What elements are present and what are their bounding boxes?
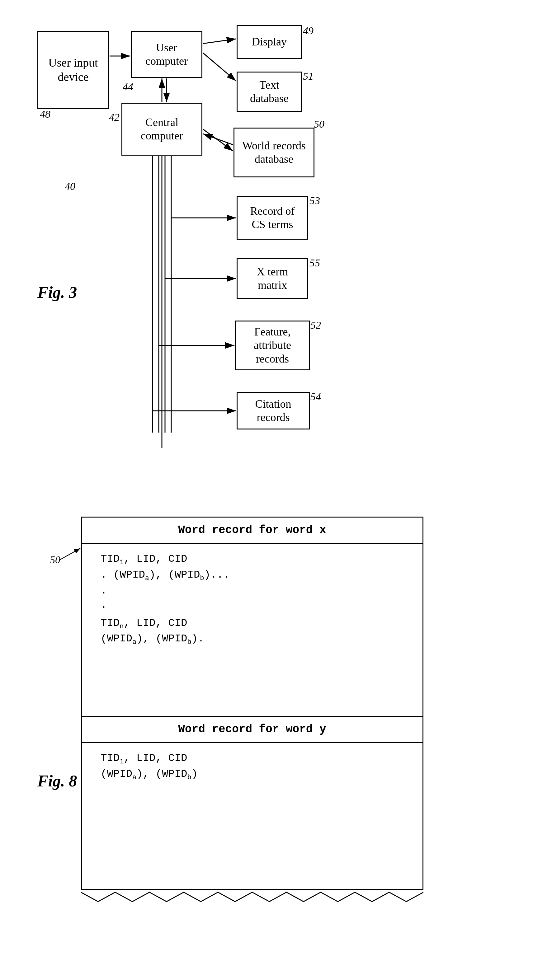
fig3-caption: Fig. 3 xyxy=(37,283,77,302)
fig3-diagram: User input device User computer Display … xyxy=(19,13,532,498)
label-55: 55 xyxy=(310,257,320,269)
word-x-line5: TIDn, LID, CID xyxy=(101,617,404,630)
box-central-computer: Centralcomputer xyxy=(121,103,203,156)
label-50: 50 xyxy=(314,118,324,130)
word-y-line2: (WPIDa), (WPIDb) xyxy=(101,768,404,781)
word-y-line1: TID1, LID, CID xyxy=(101,752,404,765)
user-computer-label: User computer xyxy=(134,41,199,68)
label-51: 51 xyxy=(303,70,314,82)
box-feature-attr: Feature, attributerecords xyxy=(235,321,310,370)
label-42: 42 xyxy=(109,111,120,123)
user-input-label: User input device xyxy=(41,56,105,84)
citation-label: Citation records xyxy=(240,398,306,424)
text-database-label: Textdatabase xyxy=(250,78,289,105)
svg-line-3 xyxy=(203,53,236,81)
box-record-cs: Record ofCS terms xyxy=(237,196,308,240)
word-record-y-header: Word record for word y xyxy=(82,717,423,743)
record-cs-label: Record ofCS terms xyxy=(250,204,295,231)
label-53: 53 xyxy=(310,195,320,207)
label-48: 48 xyxy=(40,108,50,120)
label-52: 52 xyxy=(310,319,321,331)
fig8-arrow xyxy=(50,545,84,563)
svg-line-2 xyxy=(203,39,236,44)
xterm-matrix-label: X termmatrix xyxy=(257,265,288,292)
world-records-label: World recordsdatabase xyxy=(242,139,306,166)
box-text-database: Textdatabase xyxy=(237,72,302,112)
fig8-diagram: Word record for word x TID1, LID, CID . … xyxy=(19,517,532,971)
word-x-line1: TID1, LID, CID xyxy=(101,553,404,566)
label-54: 54 xyxy=(310,391,321,403)
word-record-x: Word record for word x TID1, LID, CID . … xyxy=(81,517,423,716)
label-44: 44 xyxy=(123,81,133,93)
word-x-line3: . xyxy=(101,585,404,597)
fig8-caption: Fig. 8 xyxy=(37,772,77,790)
word-x-line2: . (WPIDa), (WPIDb)... xyxy=(101,569,404,582)
feature-attr-label: Feature, attributerecords xyxy=(238,325,306,366)
fig8-zigzag xyxy=(81,889,423,905)
word-record-y: Word record for word y TID1, LID, CID (W… xyxy=(81,716,423,890)
box-world-records: World recordsdatabase xyxy=(233,127,314,177)
svg-line-18 xyxy=(59,548,80,560)
word-x-line4: . xyxy=(101,599,404,611)
word-record-x-header: Word record for word x xyxy=(82,517,423,544)
label-40: 40 xyxy=(65,180,75,192)
box-user-computer: User computer xyxy=(131,31,203,78)
box-display: Display xyxy=(237,25,302,59)
svg-line-6 xyxy=(203,129,233,151)
box-user-input: User input device xyxy=(37,31,109,109)
box-citation: Citation records xyxy=(237,392,310,430)
label-49: 49 xyxy=(303,25,314,37)
central-computer-label: Centralcomputer xyxy=(141,116,183,143)
box-xterm-matrix: X termmatrix xyxy=(237,258,308,299)
word-x-line6: (WPIDa), (WPIDb). xyxy=(101,633,404,646)
display-label: Display xyxy=(252,35,287,49)
svg-line-7 xyxy=(203,134,233,145)
